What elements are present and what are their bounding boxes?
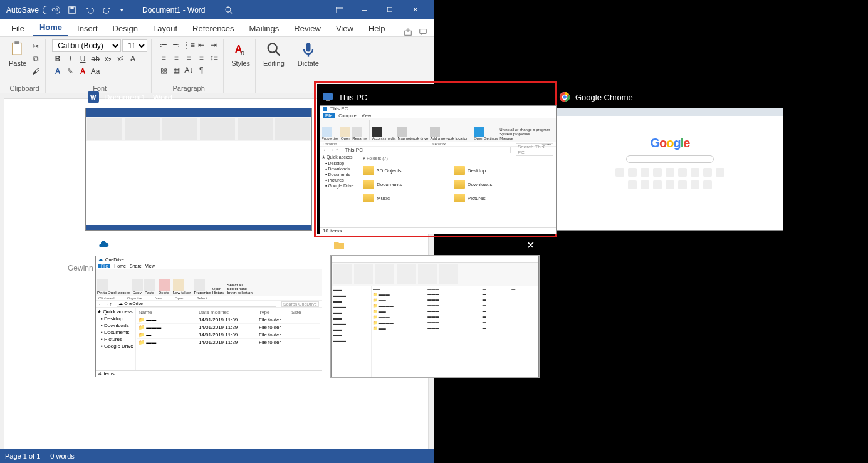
word-titlebar: AutoSave Off ▾ Document1 - Word ─ ☐ ✕ [0,0,434,19]
editing-button[interactable]: Editing [262,39,286,68]
tab-layout[interactable]: Layout [147,21,184,36]
justify-icon[interactable]: ≡ [196,52,207,63]
svg-text:a: a [241,48,245,56]
tab-file[interactable]: File [5,21,31,36]
qat-dropdown-icon[interactable]: ▾ [120,7,123,13]
taskview-thumb-chrome[interactable]: Google [557,108,783,231]
autosave-state[interactable]: Off [43,6,60,14]
taskview-title-word: Document1 - Word [104,93,172,102]
dictate-button[interactable]: Dictate [296,39,320,68]
autosave-label: AutoSave [6,6,39,14]
font-size-select[interactable]: 11 [122,39,147,52]
google-logo: Google [651,136,690,150]
increase-indent-icon[interactable]: ⇥ [208,39,219,51]
find-icon [265,41,283,58]
cut-icon[interactable]: ✂ [30,41,41,52]
document-title: Document1 - Word [142,6,205,14]
svg-rect-9 [14,41,19,44]
clear-format-icon[interactable]: A̶ [127,53,139,65]
multilevel-icon[interactable]: ⋮≡ [183,39,194,51]
decrease-indent-icon[interactable]: ⇤ [196,39,207,51]
bullets-icon[interactable]: ≔ [158,39,169,51]
taskview-title-chrome: Google Chrome [575,93,633,102]
taskview-thumb-documents[interactable]: ▬▬▬▬▬▬▬▬▬▬▬▬▬▬▬▬▬▬▬▬▬▬▬▬ ▬▬▬▬▬▬▬ 📁 ▬▬▬▬▬… [331,256,539,377]
svg-rect-19 [326,100,330,101]
undo-icon[interactable] [85,6,94,14]
autosave-toggle[interactable]: AutoSave Off [6,6,60,14]
chrome-icon [559,91,570,103]
search-icon [224,6,233,14]
word-icon: W [88,91,99,103]
taskview-thumb-word[interactable] [85,108,312,231]
font-family-select[interactable]: Calibri (Body) [52,39,121,52]
svg-rect-4 [336,7,343,13]
svg-rect-7 [420,29,427,34]
taskview-thumb-thispc[interactable]: This PC File Computer View Properties Op… [320,105,557,234]
styles-icon: Aa [232,41,249,58]
quick-access-toolbar: ▾ [68,6,123,14]
superscript-icon[interactable]: x² [115,53,126,65]
microphone-icon [300,41,317,58]
tab-help[interactable]: Help [362,21,392,36]
tab-references[interactable]: References [186,21,240,36]
svg-rect-14 [306,43,310,52]
taskview-window-word[interactable]: W Document1 - Word [85,86,312,231]
close-button[interactable]: ✕ [402,0,427,19]
line-spacing-icon[interactable]: ↕≡ [208,52,219,63]
taskview-title-documents: Documents [350,241,391,250]
share-icon[interactable] [404,28,412,36]
taskview-title-thispc: This PC [338,93,367,102]
taskview-window-chrome[interactable]: Google Chrome Google [557,86,783,231]
text-effects-icon[interactable]: A [52,66,63,77]
comments-icon[interactable] [419,28,427,36]
tab-mailings[interactable]: Mailings [243,21,286,36]
taskview-window-documents[interactable]: Documents ✕ ▬▬▬▬▬▬▬▬▬▬▬▬▬▬▬▬▬▬▬▬▬▬▬▬ ▬▬▬… [331,234,539,377]
folder-icon [333,239,345,251]
styles-button[interactable]: Aa Styles [230,39,251,68]
tab-home[interactable]: Home [33,19,68,36]
align-left-icon[interactable]: ≡ [158,52,169,63]
search-box[interactable] [224,6,233,14]
svg-rect-1 [70,6,73,9]
numbering-icon[interactable]: ≕ [170,39,182,51]
save-icon[interactable] [68,6,76,14]
svg-point-22 [563,95,567,100]
status-bar: Page 1 of 1 0 words [0,449,434,463]
svg-line-3 [230,11,232,13]
svg-text:W: W [90,94,97,101]
tab-design[interactable]: Design [107,21,144,36]
format-painter-icon[interactable]: 🖌 [30,66,41,77]
copy-icon[interactable]: ⧉ [30,53,41,65]
taskview-window-thispc[interactable]: This PC This PC File Computer View Prope… [317,84,554,234]
bold-icon[interactable]: B [52,53,63,65]
ribbon-tabs: File Home Insert Design Layout Reference… [0,19,434,37]
onedrive-icon [98,239,109,251]
redo-icon[interactable] [103,6,112,14]
italic-icon[interactable]: I [65,53,76,65]
taskview-thumb-onedrive[interactable]: ☁OneDrive File Home Share View Pin to Qu… [95,256,322,377]
align-center-icon[interactable]: ≡ [170,52,182,63]
svg-point-12 [268,44,277,53]
minimize-button[interactable]: ─ [352,0,377,19]
taskview-close-button[interactable]: ✕ [524,239,536,251]
strikethrough-icon[interactable]: ab [90,53,101,65]
tab-insert[interactable]: Insert [71,21,104,36]
svg-line-13 [276,52,280,56]
task-view: W Document1 - Word This PC This PC [70,74,797,400]
svg-point-2 [226,7,231,12]
group-clipboard: Paste ✂ ⧉ 🖌 Clipboard [4,39,46,93]
ribbon-display-icon[interactable] [327,0,352,19]
subscript-icon[interactable]: x₂ [102,53,113,65]
tab-review[interactable]: Review [288,21,327,36]
paste-icon [9,41,26,58]
paste-button[interactable]: Paste [8,39,28,68]
underline-icon[interactable]: U [77,53,88,65]
align-right-icon[interactable]: ≡ [183,52,194,63]
taskview-window-onedrive[interactable]: OneDrive ☁OneDrive File Home Share View … [95,234,322,377]
tab-view[interactable]: View [330,21,360,36]
maximize-button[interactable]: ☐ [377,0,402,19]
svg-rect-8 [13,43,21,55]
svg-rect-18 [323,93,333,100]
page-indicator[interactable]: Page 1 of 1 [5,452,40,460]
word-count[interactable]: 0 words [50,452,75,460]
